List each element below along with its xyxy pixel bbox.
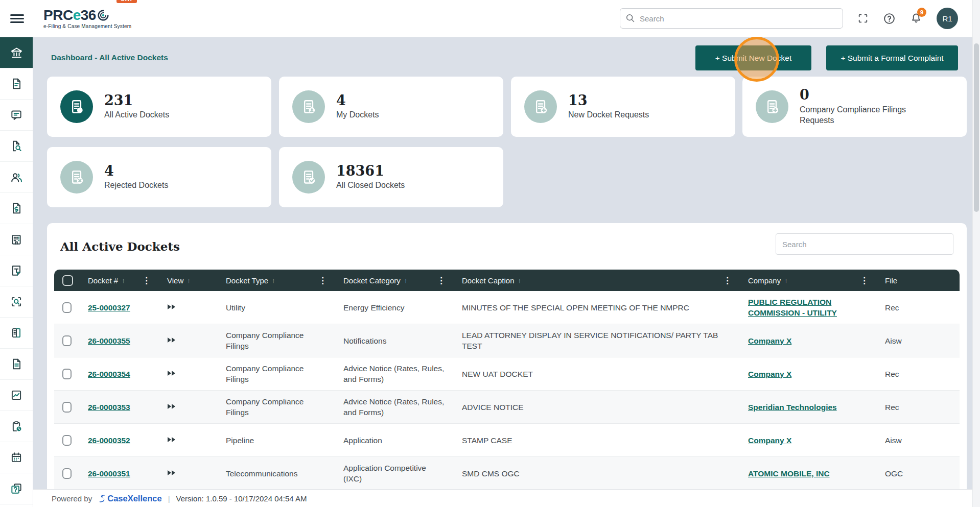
sidebar-item-global-search[interactable] <box>0 286 33 318</box>
docket-link[interactable]: 26-0000352 <box>88 436 130 445</box>
docket-caption-cell: LEAD ATTORNEY DISPLAY IN SERVICE NOTIFIC… <box>454 324 740 357</box>
company-link[interactable]: Speridian Technologies <box>748 403 837 412</box>
col-header-company[interactable]: Company↑⋮ <box>740 270 877 291</box>
company-link[interactable]: Company X <box>748 336 791 345</box>
fast-forward-icon <box>167 370 176 377</box>
brand-logo[interactable]: UAT PRCe36 e-Filing & Case Management Sy… <box>43 8 131 29</box>
sidebar-item-billing[interactable] <box>0 193 33 224</box>
view-docket-button[interactable] <box>167 370 176 377</box>
docket-link[interactable]: 26-0000353 <box>88 403 130 412</box>
sidebar-item-documents[interactable] <box>0 68 33 100</box>
sidebar-item-bank[interactable] <box>0 37 33 68</box>
view-docket-button[interactable] <box>167 403 176 410</box>
docket-link[interactable]: 26-0000354 <box>88 370 130 378</box>
col-header-docket-number[interactable]: Docket #↑⋮ <box>80 270 159 291</box>
sidebar-item-document-search[interactable] <box>0 131 33 162</box>
bank-icon <box>10 46 24 60</box>
avatar[interactable]: R1 <box>937 8 958 29</box>
sidebar-item-tasks[interactable] <box>0 411 33 442</box>
docket-type-cell: Telecommunications <box>218 457 335 490</box>
sidebar-item-calendar[interactable] <box>0 442 33 473</box>
stat-card-my-dockets[interactable]: 4 My Dockets <box>279 77 503 137</box>
row-checkbox[interactable] <box>62 335 72 346</box>
sidebar-item-analytics[interactable] <box>0 380 33 411</box>
column-menu-icon[interactable]: ⋮ <box>860 276 869 285</box>
select-all-header[interactable] <box>54 270 80 291</box>
stat-card-rejected-dockets[interactable]: 4 Rejected Dockets <box>47 147 271 207</box>
select-all-checkbox[interactable] <box>62 275 73 286</box>
docket-caption-cell: NEW UAT DOCKET <box>454 357 740 391</box>
sidebar-item-templates[interactable] <box>0 255 33 286</box>
view-docket-button[interactable] <box>167 436 176 443</box>
fast-forward-icon <box>167 403 176 410</box>
menu-button[interactable] <box>10 12 24 25</box>
stat-card-all-active-dockets[interactable]: 231 All Active Dockets <box>47 77 271 137</box>
stat-card-company-compliance-requests[interactable]: 0 Company Compliance Filings Requests <box>742 77 967 137</box>
fast-forward-icon <box>167 436 176 443</box>
docket-caption-cell: STAMP CASE <box>454 424 740 457</box>
sidebar-item-help[interactable] <box>0 473 33 504</box>
col-header-view[interactable]: View↑ <box>159 270 218 291</box>
docket-link[interactable]: 26-0000355 <box>88 336 130 345</box>
docket-plus-icon <box>756 90 788 123</box>
stat-value: 4 <box>336 93 379 108</box>
document-dollar-icon <box>10 202 23 215</box>
stat-label: All Active Dockets <box>104 109 169 120</box>
vertical-scrollbar[interactable] <box>972 0 980 507</box>
stat-label: Company Compliance Filings Requests <box>800 104 925 126</box>
view-docket-button[interactable] <box>167 336 176 344</box>
target-rings-icon <box>97 9 110 22</box>
search-icon <box>625 13 636 23</box>
sidebar-item-companies[interactable] <box>0 224 33 255</box>
stat-value: 18361 <box>336 164 405 178</box>
column-menu-icon[interactable]: ⋮ <box>318 276 327 285</box>
company-link[interactable]: PUBLIC REGULATION COMMISSION - UTILITY <box>748 298 837 317</box>
sidebar-item-messages[interactable] <box>0 100 33 131</box>
sidebar-item-ledger[interactable] <box>0 318 33 349</box>
col-header-docket-type[interactable]: Docket Type↑⋮ <box>218 270 335 291</box>
help-button[interactable] <box>883 12 896 25</box>
stat-card-all-closed-dockets[interactable]: 18361 All Closed Dockets <box>279 147 503 207</box>
row-checkbox[interactable] <box>62 302 72 313</box>
docket-link[interactable]: 26-0000351 <box>88 469 130 478</box>
fullscreen-button[interactable] <box>857 13 869 24</box>
company-link[interactable]: Company X <box>748 370 791 378</box>
page-title: Dashboard - All Active Dockets <box>51 53 168 62</box>
footer: Powered by CaseXellence | Version: 1.0.5… <box>33 489 972 507</box>
row-checkbox[interactable] <box>62 402 72 413</box>
stat-card-new-docket-requests[interactable]: 13 New Docket Requests <box>511 77 735 137</box>
file-cell: Rec <box>877 357 960 391</box>
submit-new-docket-button[interactable]: + Submit New Docket <box>695 45 811 70</box>
docket-link[interactable]: 25-0000327 <box>88 303 130 312</box>
casexellence-link[interactable]: CaseXellence <box>98 494 161 503</box>
table-search-input[interactable] <box>776 233 953 255</box>
row-checkbox[interactable] <box>62 369 72 379</box>
file-cell: Rec <box>877 291 960 324</box>
company-link[interactable]: ATOMIC MOBILE, INC <box>748 469 830 478</box>
document-template-icon <box>10 264 23 277</box>
file-cell: Aisw <box>877 324 960 357</box>
col-header-file[interactable]: File <box>877 270 960 291</box>
docket-caption-cell: SMD CMS OGC <box>454 457 740 490</box>
sidebar-item-users[interactable] <box>0 162 33 193</box>
search-input[interactable] <box>620 8 843 29</box>
row-checkbox[interactable] <box>62 435 72 446</box>
column-menu-icon[interactable]: ⋮ <box>437 276 446 285</box>
notifications-button[interactable]: 9 <box>910 12 922 25</box>
search-scan-icon <box>10 295 23 308</box>
column-menu-icon[interactable]: ⋮ <box>142 276 151 285</box>
table-row: 25-0000327 Utility Energy Efficiency MIN… <box>54 291 960 324</box>
column-menu-icon[interactable]: ⋮ <box>723 276 732 285</box>
submit-formal-complaint-button[interactable]: + Submit a Formal Complaint <box>826 45 958 70</box>
users-icon <box>10 171 24 184</box>
col-header-docket-category[interactable]: Docket Category↑⋮ <box>335 270 454 291</box>
view-docket-button[interactable] <box>167 469 176 476</box>
scrollbar-thumb[interactable] <box>974 43 979 212</box>
row-checkbox[interactable] <box>62 468 72 479</box>
view-docket-button[interactable] <box>167 303 176 310</box>
col-header-docket-caption[interactable]: Docket Caption↑⋮ <box>454 270 740 291</box>
company-link[interactable]: Company X <box>748 436 791 445</box>
sidebar-item-reports-doc[interactable] <box>0 349 33 380</box>
table-row: 26-0000353 Company Compliance Filings Ad… <box>54 391 960 424</box>
stat-label: Rejected Dockets <box>104 180 168 190</box>
